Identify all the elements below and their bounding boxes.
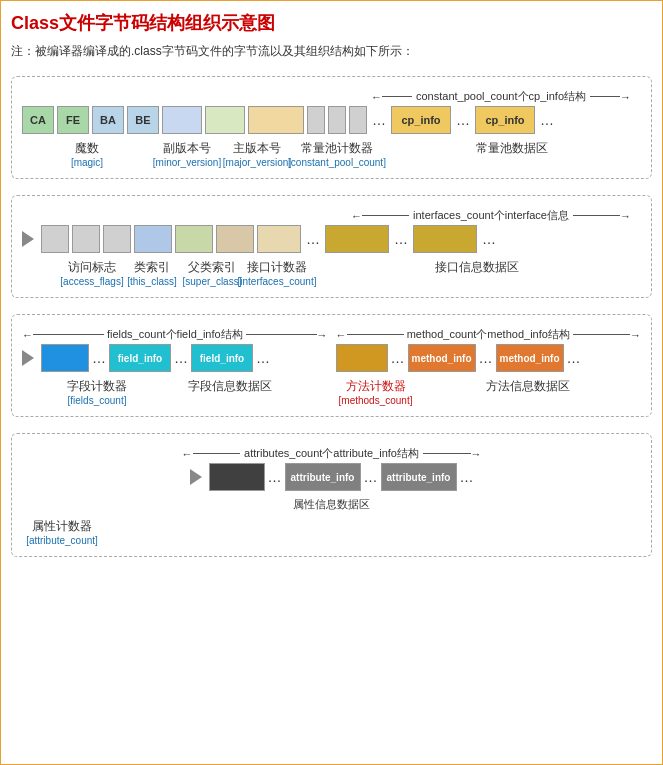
label-iface-area: 接口信息数据区 [435, 259, 519, 276]
ellipsis2: … [454, 112, 472, 128]
box-method-info-1: method_info [408, 344, 476, 372]
label-const-pool-area-name: 常量池数据区 [476, 140, 548, 157]
box-attr-info-1: attribute_info [285, 463, 361, 491]
ellipsis1: … [370, 112, 388, 128]
label-icount-name: 接口计数器 [247, 259, 307, 276]
ellipsis3: … [538, 112, 556, 128]
box-iface-2 [413, 225, 477, 253]
label-magic-name: 魔数 [75, 140, 99, 157]
page-title: Class文件字节码结构组织示意图 [11, 11, 652, 35]
label-fields-area-name: 字段信息数据区 [188, 378, 272, 395]
box-super-class [216, 225, 254, 253]
box-ca: CA [22, 106, 54, 134]
box-cp-info-1: cp_info [391, 106, 451, 134]
label-this-code: [this_class] [127, 276, 176, 287]
section4-attributes: ← attributes_count个attribute_info结构 → … … [11, 433, 652, 557]
section3-methods-bracket: method_count个method_info结构 [404, 327, 573, 342]
box-fields-count [41, 344, 89, 372]
label-const-count-name: 常量池计数器 [301, 140, 373, 157]
box-attr-count [209, 463, 265, 491]
label-attr-count-name: 属性计数器 [32, 518, 92, 535]
label-this-name: 类索引 [134, 259, 170, 276]
ellipsis-m3: … [567, 350, 581, 366]
box-gray3 [349, 106, 367, 134]
box-be: BE [127, 106, 159, 134]
section2-interfaces: ← interfaces_count个interface信息 → … … [11, 195, 652, 298]
ellipsis-s2-1: … [304, 231, 322, 247]
box-constant-pool-count [248, 106, 304, 134]
label-methods-area-name: 方法信息数据区 [486, 378, 570, 395]
label-super-name: 父类索引 [188, 259, 236, 276]
section1-class-file-structure: ← constant_pool_count个cp_info结构 → CA FE … [11, 76, 652, 179]
label-magic-code: [magic] [71, 157, 103, 168]
ellipsis-a3: … [460, 469, 474, 485]
label-minor-name: 副版本号 [163, 140, 211, 157]
box-iface-1 [325, 225, 389, 253]
label-methods-count-name: 方法计数器 [346, 378, 406, 395]
box-minor-version [162, 106, 202, 134]
pointer-triangle-4 [190, 469, 202, 485]
box-method-info-2: method_info [496, 344, 564, 372]
box-gray-s2-2 [72, 225, 100, 253]
box-attr-info-2: attribute_info [381, 463, 457, 491]
label-icount-code: [interfaces_count] [238, 276, 317, 287]
box-fe: FE [57, 106, 89, 134]
pointer-triangle-3 [22, 350, 34, 366]
label-methods-count-code: [methods_count] [339, 395, 413, 406]
label-major-name: 主版本号 [233, 140, 281, 157]
pointer-triangle-2 [22, 231, 34, 247]
section3-fields-bracket: fields_count个field_info结构 [104, 327, 246, 342]
section4-area-label: 属性信息数据区 [293, 498, 370, 510]
ellipsis-m2: … [479, 350, 493, 366]
label-fields-count-name: 字段计数器 [67, 378, 127, 395]
note-text: 注：被编译器编译成的.class字节码文件的字节流以及其组织结构如下所示： [11, 43, 652, 60]
ellipsis-f2: … [174, 350, 188, 366]
box-access-flags [134, 225, 172, 253]
box-gray-s2-3 [103, 225, 131, 253]
ellipsis-a1: … [268, 469, 282, 485]
label-const-count-code: [constant_pool_count] [288, 157, 386, 168]
section4-bracket-label: attributes_count个attribute_info结构 [240, 446, 423, 461]
ellipsis-m1: … [391, 350, 405, 366]
section2-bracket-label: interfaces_count个interface信息 [409, 208, 573, 223]
ellipsis-f3: … [256, 350, 270, 366]
ellipsis-f1: … [92, 350, 106, 366]
label-access-name: 访问标志 [68, 259, 116, 276]
label-fields-count-code: [fields_count] [68, 395, 127, 406]
ellipsis-s2-3: … [480, 231, 498, 247]
box-gray-s2-1 [41, 225, 69, 253]
box-field-info-2: field_info [191, 344, 253, 372]
box-this-class [175, 225, 213, 253]
section3-fields-methods: ← fields_count个field_info结构 → … field_in… [11, 314, 652, 417]
ellipsis-a2: … [364, 469, 378, 485]
label-attr-count-code: [attribute_count] [26, 535, 98, 546]
ellipsis-s2-2: … [392, 231, 410, 247]
label-access-code: [access_flags] [60, 276, 123, 287]
label-super-code: [super_class] [183, 276, 242, 287]
box-field-info-1: field_info [109, 344, 171, 372]
box-methods-count [336, 344, 388, 372]
box-gray1 [307, 106, 325, 134]
section1-bracket-label: constant_pool_count个cp_info结构 [412, 89, 590, 104]
label-minor-code: [minor_version] [153, 157, 221, 168]
box-gray2 [328, 106, 346, 134]
box-cp-info-2: cp_info [475, 106, 535, 134]
box-ba: BA [92, 106, 124, 134]
box-interfaces-count [257, 225, 301, 253]
label-major-code: [major_version] [223, 157, 291, 168]
box-major-version [205, 106, 245, 134]
